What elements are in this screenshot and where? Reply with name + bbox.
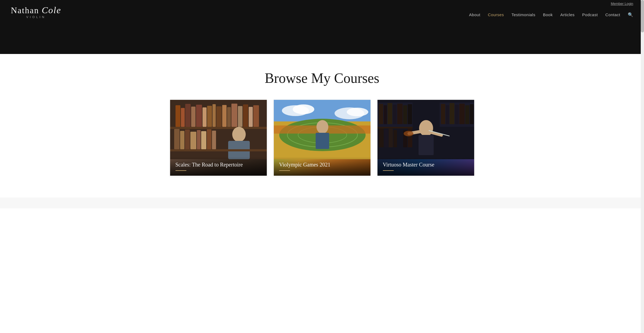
svg-point-70: [404, 131, 413, 136]
card-thumb-1: Nathan Cole: [170, 100, 267, 176]
course-card-3: Nathan Cole: [377, 100, 474, 176]
svg-rect-62: [455, 105, 459, 124]
svg-rect-19: [180, 131, 184, 149]
svg-point-34: [347, 108, 368, 116]
svg-rect-5: [196, 105, 202, 127]
thumb-title-text-1: Scales: The Road to Repertoire: [176, 161, 261, 168]
svg-rect-53: [389, 129, 393, 147]
svg-rect-20: [185, 130, 190, 149]
nav-podcast[interactable]: Podcast: [582, 12, 598, 17]
svg-rect-12: [231, 104, 237, 127]
nav-book[interactable]: Book: [543, 12, 553, 17]
svg-rect-61: [450, 103, 454, 124]
svg-rect-16: [253, 105, 259, 127]
nav-about[interactable]: About: [469, 12, 480, 17]
card-thumb-2: Nathan Cole: [274, 100, 370, 176]
svg-rect-64: [465, 105, 469, 124]
svg-rect-15: [249, 107, 253, 127]
thumb-title-text-3: Virtuoso Master Course: [383, 161, 469, 168]
logo-violin: VIOLIN: [26, 15, 46, 19]
svg-rect-44: [384, 105, 387, 124]
member-login-bar: Member Login: [611, 0, 633, 7]
nav-articles[interactable]: Articles: [560, 12, 575, 17]
svg-rect-48: [403, 105, 407, 124]
thumb-title-overlay-3: Virtuoso Master Course: [377, 157, 474, 176]
bottom-spacer: [0, 198, 644, 208]
svg-rect-65: [470, 104, 474, 124]
svg-rect-9: [216, 106, 222, 127]
svg-rect-21: [190, 132, 196, 149]
thumb-bg-svg-1: [170, 100, 267, 159]
svg-rect-63: [459, 104, 465, 124]
logo-script: Cole: [42, 5, 61, 15]
svg-rect-14: [243, 104, 248, 127]
browse-section: Browse My Courses Nathan Cole: [149, 54, 495, 198]
svg-rect-60: [446, 105, 449, 124]
svg-rect-40: [316, 133, 329, 149]
svg-rect-23: [201, 131, 206, 149]
svg-point-39: [316, 120, 328, 134]
scrollbar-thumb[interactable]: [641, 0, 644, 32]
svg-rect-4: [191, 107, 195, 127]
svg-rect-8: [213, 104, 216, 127]
thumb-underline-2: [279, 170, 290, 171]
header: Member Login Nathan Cole VIOLIN About Co…: [0, 0, 644, 24]
svg-rect-2: [181, 108, 185, 127]
svg-point-32: [293, 104, 314, 114]
svg-rect-50: [377, 127, 413, 128]
svg-rect-54: [393, 130, 397, 147]
card-body-3: NATHAN COLE Virtuoso Master Course Reinv…: [377, 176, 474, 176]
main-nav: About Courses Testimonials Book Articles…: [469, 12, 633, 17]
hero-dark-area: [0, 24, 644, 54]
thumb-underline-3: [383, 170, 394, 171]
logo: Nathan Cole VIOLIN: [11, 6, 61, 19]
svg-rect-67: [419, 135, 434, 155]
cards-row: Nathan Cole: [149, 100, 495, 176]
thumb-underline-1: [176, 170, 186, 171]
svg-rect-3: [185, 104, 191, 127]
nav-contact[interactable]: Contact: [605, 12, 620, 17]
member-login-link[interactable]: Member Login: [611, 2, 633, 6]
svg-rect-6: [203, 107, 207, 127]
svg-rect-52: [384, 130, 388, 147]
svg-rect-49: [408, 104, 412, 124]
svg-rect-24: [207, 129, 211, 149]
course-card-1: Nathan Cole: [170, 100, 267, 176]
svg-rect-59: [441, 104, 445, 124]
svg-rect-18: [174, 129, 180, 149]
nav-courses[interactable]: Courses: [488, 12, 504, 17]
logo-first: Nathan: [11, 5, 42, 15]
scrollbar-track[interactable]: [641, 0, 644, 208]
svg-rect-51: [379, 128, 384, 147]
card-body-1: NATHAN COLE Scales: The Road to Repertoi…: [170, 176, 267, 176]
thumb-bg-svg-2: [274, 100, 370, 159]
thumb-bg-svg-3: [377, 100, 474, 159]
svg-rect-11: [227, 107, 231, 127]
svg-rect-13: [238, 106, 242, 127]
svg-rect-25: [212, 131, 216, 149]
card-thumb-3: Nathan Cole: [377, 100, 474, 176]
svg-rect-28: [170, 149, 267, 151]
svg-rect-17: [170, 127, 267, 129]
logo-name: Nathan Cole: [11, 6, 61, 15]
svg-rect-22: [197, 130, 201, 149]
nav-testimonials[interactable]: Testimonials: [511, 12, 535, 17]
search-icon[interactable]: 🔍: [628, 12, 633, 17]
svg-rect-1: [176, 105, 180, 127]
svg-rect-45: [387, 103, 392, 124]
thumb-title-overlay-1: Scales: The Road to Repertoire: [170, 157, 267, 176]
card-body-2: NATHAN COLE Violympic Games 2021 The 12-…: [274, 176, 370, 176]
thumb-title-text-2: Violympic Games 2021: [279, 161, 365, 168]
svg-rect-55: [397, 129, 403, 147]
svg-point-26: [232, 127, 246, 142]
svg-rect-7: [207, 106, 212, 127]
course-card-2: Nathan Cole: [274, 100, 371, 176]
browse-title: Browse My Courses: [149, 70, 495, 86]
svg-rect-46: [393, 105, 397, 124]
svg-rect-43: [379, 104, 383, 124]
thumb-title-overlay-2: Violympic Games 2021: [274, 157, 370, 176]
svg-rect-47: [397, 104, 403, 124]
svg-rect-10: [222, 105, 227, 127]
